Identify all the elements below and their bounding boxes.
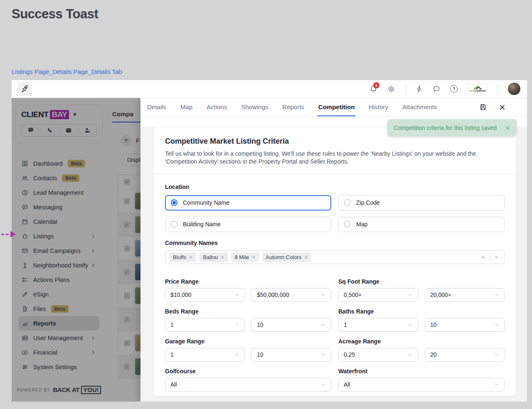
- user-avatar[interactable]: [508, 83, 520, 95]
- beds-range-group: Beds Range 1 10: [165, 308, 331, 332]
- rocket-icon: [20, 85, 29, 93]
- chevron-down-icon: [321, 352, 326, 357]
- question-icon: ?: [450, 85, 458, 93]
- chevron-down-icon: [408, 322, 413, 327]
- annotation-arrow-icon: [1, 231, 16, 238]
- waterfront-group: Waterfront All: [338, 368, 505, 392]
- baths-max-select[interactable]: 10: [425, 318, 505, 332]
- remove-tag-icon[interactable]: [189, 255, 193, 259]
- price-range-group: Price Range $10,000 $50,000,000: [165, 278, 331, 302]
- acreage-min-select[interactable]: 0.25: [338, 348, 418, 362]
- notification-badge: 3: [373, 82, 379, 88]
- chevron-down-icon: [408, 292, 413, 297]
- clear-all-icon[interactable]: [481, 255, 485, 260]
- acreage-max-select[interactable]: 20: [425, 348, 505, 362]
- lightning-icon: [416, 86, 423, 93]
- radio-map[interactable]: Map: [338, 217, 505, 232]
- radio-icon: [344, 199, 351, 206]
- topbar: 3 ?: [12, 80, 527, 98]
- radio-zip-code[interactable]: Zip Code: [338, 195, 505, 211]
- chevron-down-icon: [234, 322, 239, 327]
- acreage-range-group: Acreage Range 0.25 20: [338, 338, 505, 362]
- chevron-down-icon: [494, 352, 499, 357]
- radio-building-name[interactable]: Building Name: [165, 217, 331, 232]
- radio-community-name[interactable]: Community Name: [165, 195, 331, 211]
- help-button[interactable]: ?: [450, 85, 458, 93]
- chevron-down-icon: [321, 322, 326, 327]
- baths-min-select[interactable]: 1: [338, 318, 418, 332]
- toast-message: Competition criteria for this listing sa…: [394, 125, 498, 131]
- toast-close-button[interactable]: [505, 125, 510, 131]
- golfcourse-select[interactable]: All: [165, 378, 331, 392]
- chat-bubble-icon: [433, 85, 440, 93]
- chevron-down-icon: [321, 292, 326, 297]
- tag-ballou: Ballou: [200, 252, 228, 262]
- criteria-title: Competitive Market Listing Criteria: [165, 137, 505, 146]
- community-names-label: Community Names: [165, 240, 505, 246]
- chevron-down-icon: [408, 352, 413, 357]
- chevron-down-icon: [321, 382, 326, 387]
- listing-tabbar: Details Map Actions Showings Reports Com…: [140, 98, 527, 117]
- house-roof-icon: [473, 86, 482, 90]
- radio-icon: [171, 221, 177, 228]
- competition-tab-content: Competition criteria for this listing sa…: [140, 127, 527, 402]
- tagbox-divider: [490, 254, 490, 260]
- save-button[interactable]: [479, 103, 487, 111]
- automation-button[interactable]: [416, 86, 423, 93]
- sqfoot-range-group: Sq Foot Range 0,500+ 20,000+: [338, 278, 505, 302]
- baths-range-group: Baths Range 1 10: [338, 308, 505, 332]
- save-icon: [479, 103, 487, 111]
- app-window: 3 ?: [12, 80, 527, 402]
- price-max-select[interactable]: $50,000,000: [251, 288, 331, 302]
- tab-attachments[interactable]: Attachments: [401, 98, 438, 116]
- chevron-down-icon[interactable]: [494, 255, 499, 260]
- settings-button[interactable]: [387, 85, 395, 93]
- topbar-divider: [498, 84, 498, 93]
- sqfoot-max-select[interactable]: 20,000+: [425, 288, 505, 302]
- location-label: Location: [165, 184, 505, 190]
- tag-bluffs: Bluffs: [170, 252, 196, 262]
- criteria-ranges-grid: Price Range $10,000 $50,000,000 Sq Foot …: [165, 278, 505, 392]
- tag-8-mile: 8 Mile: [231, 252, 259, 262]
- chevron-down-icon: [234, 352, 239, 357]
- remove-tag-icon[interactable]: [221, 255, 224, 259]
- close-button[interactable]: [499, 104, 505, 110]
- location-options: Community Name Zip Code Building Name: [165, 195, 505, 232]
- page-title: Success Toast: [12, 7, 98, 22]
- waterfront-select[interactable]: All: [338, 378, 505, 392]
- tab-competition[interactable]: Competition: [318, 98, 356, 116]
- sqfoot-min-select[interactable]: 0,500+: [338, 288, 418, 302]
- tab-reports[interactable]: Reports: [281, 98, 305, 116]
- criteria-description: Tell us what to look for in a competing …: [165, 150, 505, 166]
- garage-max-select[interactable]: 10: [251, 348, 331, 362]
- beds-max-select[interactable]: 10: [251, 318, 331, 332]
- community-names-multiselect[interactable]: Bluffs Ballou 8 Mile: [165, 250, 505, 264]
- success-toast: Competition criteria for this listing sa…: [387, 119, 517, 137]
- garage-range-group: Garage Range 1 10: [165, 338, 331, 362]
- tag-autumn-colors: Autumn Colors: [262, 252, 311, 262]
- chat-button[interactable]: [433, 85, 440, 93]
- close-icon: [499, 104, 505, 110]
- chevron-down-icon: [494, 382, 499, 387]
- remove-tag-icon[interactable]: [252, 255, 256, 259]
- remove-tag-icon[interactable]: [304, 255, 308, 259]
- gear-icon: [387, 85, 395, 93]
- company-logo-text: YOURCOMPANY: [469, 90, 486, 92]
- tab-actions[interactable]: Actions: [206, 98, 228, 116]
- tab-showings[interactable]: Showings: [240, 98, 269, 116]
- tab-history[interactable]: History: [368, 98, 389, 116]
- radio-selected-icon: [171, 199, 177, 206]
- spec-link[interactable]: Listings Page_Details Page_Details Tab: [12, 68, 122, 75]
- rocket-launcher-button[interactable]: [17, 82, 32, 96]
- tab-details[interactable]: Details: [146, 98, 167, 116]
- listing-detail-panel: Details Map Actions Showings Reports Com…: [140, 98, 527, 402]
- notifications-button[interactable]: 3: [369, 85, 377, 93]
- beds-min-select[interactable]: 1: [165, 318, 245, 332]
- chevron-down-icon: [234, 292, 239, 297]
- close-icon: [505, 125, 510, 131]
- company-logo[interactable]: YOURCOMPANY: [468, 83, 488, 95]
- price-min-select[interactable]: $10,000: [165, 288, 245, 302]
- golfcourse-group: Golfcourse All: [165, 368, 331, 392]
- tab-map[interactable]: Map: [180, 98, 193, 116]
- garage-min-select[interactable]: 1: [165, 348, 245, 362]
